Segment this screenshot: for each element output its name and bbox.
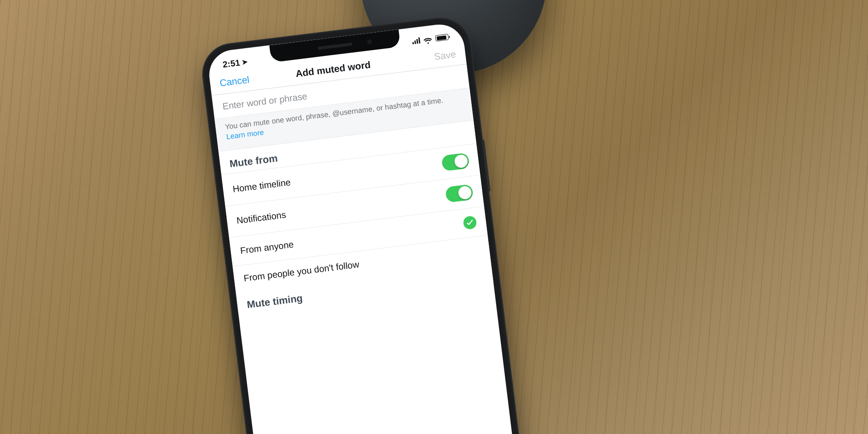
- save-button[interactable]: Save: [434, 49, 457, 62]
- row-label: From anyone: [240, 239, 294, 256]
- speaker-grille: [318, 43, 352, 50]
- toggle-notifications[interactable]: [445, 184, 473, 203]
- check-icon: [463, 215, 477, 230]
- front-camera: [367, 39, 372, 45]
- wifi-icon: [423, 36, 433, 43]
- cellular-signal-icon: [412, 37, 421, 44]
- status-time: 2:51: [222, 58, 241, 70]
- battery-icon: [435, 34, 449, 42]
- row-label: Home timeline: [232, 177, 291, 194]
- toggle-home-timeline[interactable]: [441, 152, 470, 171]
- row-label: Notifications: [236, 210, 286, 226]
- location-icon: ➤: [241, 57, 248, 66]
